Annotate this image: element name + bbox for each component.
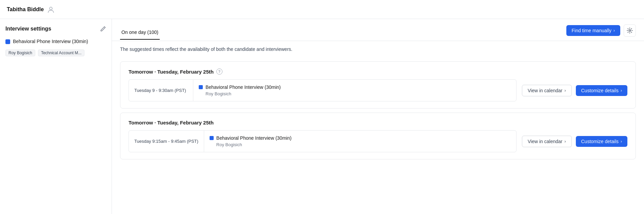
interview-block-2: Tuesday 9:15am - 9:45am (PST) Behavioral… xyxy=(129,130,516,152)
chevron-right-icon: › xyxy=(613,28,615,33)
chevron-icon-1: › xyxy=(565,88,566,93)
sidebar-header: Interview settings xyxy=(5,26,106,32)
interview-item: Behavioral Phone Interview (30min) xyxy=(5,39,106,44)
interview-person-1: Roy Bogisich xyxy=(199,91,511,96)
chevron-icon-2: › xyxy=(565,139,566,144)
tag-row: Roy Bogisich Technical Account M... xyxy=(5,47,106,56)
time-slot-actions-2: View in calendar › Customize details › xyxy=(522,136,627,147)
content-header: On one day (100) Find time manually › xyxy=(112,19,644,41)
sidebar: Interview settings Behavioral Phone Inte… xyxy=(0,19,112,214)
slot-row-1: Tuesday 9 - 9:30am (PST) Behavioral Phon… xyxy=(129,79,627,101)
interview-detail-name-1: Behavioral Phone Interview (30min) xyxy=(199,84,511,90)
sidebar-title: Interview settings xyxy=(5,26,51,32)
interview-name: Behavioral Phone Interview (30min) xyxy=(13,39,88,44)
svg-point-0 xyxy=(50,7,52,10)
slot-row-2: Tuesday 9:15am - 9:45am (PST) Behavioral… xyxy=(129,130,627,152)
svg-point-1 xyxy=(629,30,631,32)
user-icon xyxy=(47,6,55,13)
edit-icon[interactable] xyxy=(100,26,106,32)
top-bar: Tabitha Biddle xyxy=(0,0,644,19)
interview-block-1: Tuesday 9 - 9:30am (PST) Behavioral Phon… xyxy=(129,79,516,101)
interview-detail-name-2: Behavioral Phone Interview (30min) xyxy=(210,135,511,141)
content-area: On one day (100) Find time manually › xyxy=(112,19,644,214)
app-container: Tabitha Biddle Interview settings Behavi… xyxy=(0,0,644,214)
main-content: Interview settings Behavioral Phone Inte… xyxy=(0,19,644,214)
tab-nav: On one day (100) xyxy=(120,25,168,40)
interview-detail-2: Behavioral Phone Interview (30min) Roy B… xyxy=(204,131,516,152)
settings-icon xyxy=(627,27,633,34)
customize-details-button-2[interactable]: Customize details › xyxy=(576,136,628,147)
tab-on-one-day[interactable]: On one day (100) xyxy=(120,25,160,40)
help-icon-1[interactable]: ? xyxy=(216,69,222,75)
interview-detail-1: Behavioral Phone Interview (30min) Roy B… xyxy=(193,80,516,101)
tag-roy: Roy Bogisich xyxy=(5,50,35,56)
view-calendar-button-1[interactable]: View in calendar › xyxy=(522,85,571,96)
header-actions: Find time manually › xyxy=(566,24,636,41)
find-time-manually-button[interactable]: Find time manually › xyxy=(566,25,621,36)
time-slot-date-1: Tomorrow · Tuesday, February 25th ? xyxy=(129,69,627,75)
interview-checkbox xyxy=(5,39,10,44)
customize-details-button-1[interactable]: Customize details › xyxy=(576,85,628,96)
chevron-customize-2: › xyxy=(621,139,622,144)
view-calendar-button-2[interactable]: View in calendar › xyxy=(522,136,571,147)
time-slot-card-1: Tomorrow · Tuesday, February 25th ? Tues… xyxy=(120,61,636,109)
interview-person-2: Roy Bogisich xyxy=(210,142,511,147)
chevron-customize-1: › xyxy=(621,88,622,93)
suggestion-text: The suggested times reflect the availabi… xyxy=(112,41,644,57)
page-title: Tabitha Biddle xyxy=(7,6,44,13)
settings-button[interactable] xyxy=(624,24,636,37)
interview-dot-2 xyxy=(210,136,214,140)
time-slot-actions-1: View in calendar › Customize details › xyxy=(522,85,627,96)
tag-technical: Technical Account M... xyxy=(38,50,84,56)
time-label-1: Tuesday 9 - 9:30am (PST) xyxy=(129,80,193,101)
time-label-2: Tuesday 9:15am - 9:45am (PST) xyxy=(129,131,204,152)
time-slot-card-2: Tomorrow · Tuesday, February 25th Tuesda… xyxy=(120,113,636,159)
interview-dot-1 xyxy=(199,85,203,89)
time-slot-date-2: Tomorrow · Tuesday, February 25th xyxy=(129,120,627,125)
